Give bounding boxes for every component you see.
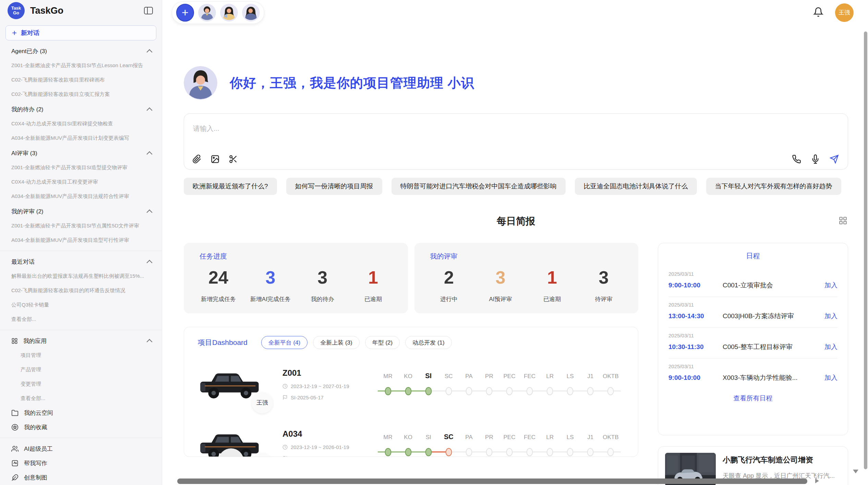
chevron-up-icon [147,107,153,113]
sidebar-group-title[interactable]: AI评审 (3) [0,146,162,160]
sidebar-group-title[interactable]: 我的评审 (2) [0,204,162,219]
event-join-link[interactable]: 加入 [824,281,837,290]
suggestion-chip[interactable]: 欧洲新规最近颁布了什么? [184,178,277,195]
microphone-icon[interactable] [811,154,820,164]
milestone-node [438,385,459,397]
milestone-dot [466,387,472,395]
sidebar-item[interactable]: Z001-全新燃油皮卡产品开发项目SI节点Lesson Learn报告 [0,58,162,73]
image-upload-icon[interactable] [210,154,220,164]
suggestion-chip[interactable]: 比亚迪全固态电池计划具体说了什么 [575,178,697,195]
sidebar-item[interactable]: A034-全新新能源MUV产品开发项目法规符合性评审 [0,189,162,203]
milestone-node [378,446,398,457]
scroll-down-arrow-icon[interactable] [853,470,858,473]
suggestion-chip[interactable]: 特朗普可能对进口汽车增税会对中国车企造成哪些影响 [391,178,566,195]
sidebar-group-title[interactable]: 我的待办 (2) [0,102,162,116]
event-join-link[interactable]: 加入 [824,312,837,321]
stat: 3待评审 [585,267,623,303]
sidebar-item[interactable]: 公司Q3轻卡销量 [0,298,162,312]
milestone-node [580,385,601,397]
sidebar-item-writing-helper[interactable]: 帮我写作 [0,456,162,470]
send-icon[interactable] [830,154,839,164]
sidebar-item-view-all-apps[interactable]: 查看全部... [0,391,162,406]
schedule-event: 2025/03/1113:00-14:30C003|H0B-方案冻结评审加入 [668,297,837,327]
dashboard-tab[interactable]: 年型 (2) [365,336,400,349]
voice-call-icon[interactable] [792,154,801,164]
horizontal-scrollbar[interactable] [177,478,807,484]
project-flag: SI-2025-05-17 [282,395,368,400]
stat-label: 待评审 [585,295,623,303]
event-name: X003-车辆动力学性能验... [723,373,824,382]
agent-avatar[interactable] [198,4,216,22]
sidebar-item[interactable]: C02-飞腾新能源轻客改款项目立项汇报方案 [0,87,162,101]
event-join-link[interactable]: 加入 [824,343,837,351]
suggestion-chip[interactable]: 如何写一份清晰的项目周报 [286,178,382,195]
milestone-label: LR [540,434,560,441]
attachment-icon[interactable] [192,154,202,164]
project-info: A034 2023-12-19 ~ 2026-01-19 SC-2025-05-… [282,429,368,457]
sidebar-item[interactable]: C0X4-动力总成开发项目SI里程碑提交物检查 [0,116,162,131]
layout-grid-icon[interactable] [839,216,847,226]
agent-avatar[interactable] [220,4,238,22]
avatar-illustration [220,4,238,22]
screenshot-scissors-icon[interactable] [229,154,238,164]
group-title-label: 最近对话 [11,258,35,266]
suggestion-chip[interactable]: 当下年轻人对汽车外观有怎样的喜好趋势 [706,178,841,195]
sidebar-item[interactable]: Z001-全新燃油轻卡产品开发项目SI节点属性5D文件评审 [0,219,162,233]
milestone-label: FEC [520,434,540,441]
sidebar-item[interactable]: Z001-全新燃油轻卡产品开发项目SI造型提交物评审 [0,160,162,175]
milestone-dot [567,448,574,456]
topbar: + 王强 [162,0,868,25]
milestone-dot [385,387,391,395]
project-row[interactable]: 王强 A034 2023-12-19 ~ 2026-01-19 SC-2025-… [198,420,624,457]
sidebar-item[interactable]: C02-飞腾新能源轻客改款项目里程碑画布 [0,73,162,87]
vertical-scrollbar[interactable] [864,32,867,469]
sidebar-collapse-icon[interactable] [144,7,153,14]
ai-staff-label: AI超级员工 [24,445,53,453]
notification-bell-icon[interactable] [813,7,823,18]
dashboard-tab[interactable]: 全新平台 (4) [261,336,308,349]
sidebar-item-creative-drawing[interactable]: 创意制图 [0,470,162,485]
schedule-event: 2025/03/119:00-10:00X003-车辆动力学性能验...加入 [668,359,837,389]
sidebar-section-my-apps[interactable]: 我的应用 [0,334,162,348]
suggestion-chips: 欧洲新规最近颁布了什么?如何写一份清晰的项目周报特朗普可能对进口汽车增税会对中国… [184,178,848,195]
milestone-label: LS [560,373,580,380]
scroll-right-arrow-icon[interactable] [815,478,819,483]
milestone-dot [466,448,472,456]
project-dates: 2023-12-19 ~ 2026-01-19 [282,444,368,450]
sidebar-group-title[interactable]: Agent已办 (3) [0,44,162,58]
event-join-link[interactable]: 加入 [824,373,837,382]
left-column: 任务进度 24新增完成任务3新增AI完成任务3我的待办1已逾期 我的评审 2进行… [184,243,638,457]
project-code: A034 [282,429,368,439]
divider [0,438,162,438]
sidebar-item[interactable]: A034-全新新能源MUV产品开发项目造型可行性评审 [0,233,162,247]
chat-input[interactable] [184,114,848,143]
milestone-dot [587,387,594,395]
new-chat-button[interactable]: + 新对话 [5,25,156,40]
user-avatar[interactable]: 王强 [835,3,854,22]
sidebar-item-favorites[interactable]: 我的收藏 [0,420,162,434]
sidebar-item-change-mgmt[interactable]: 变更管理 [0,377,162,391]
sidebar-item-project-mgmt[interactable]: 项目管理 [0,348,162,362]
sidebar-item[interactable]: C0X4-动力总成开发项目工程变更评审 [0,175,162,189]
sidebar-item[interactable]: 解释最新出台的欧盟报废车法规再生塑料比例被调至15%... [0,269,162,283]
sidebar-item[interactable]: 查看全部... [0,312,162,326]
my-apps-label: 我的应用 [23,337,47,345]
add-agent-button[interactable]: + [176,4,194,22]
event-date: 2025/03/11 [668,333,837,338]
milestone-label: FEC [520,373,540,380]
milestone-node [398,385,418,397]
agent-avatar[interactable] [242,4,260,22]
view-all-schedule-link[interactable]: 查看所有日程 [668,394,837,403]
dashboard-tab[interactable]: 动总开发 (1) [405,336,452,349]
dashboard-tab[interactable]: 全新上装 (3) [313,336,360,349]
sidebar-group-title[interactable]: 最近对话 [0,254,162,269]
project-row[interactable]: 王强 Z001 2023-12-19 ~ 2027-01-19 SI-2025-… [198,359,624,410]
sidebar-item-ai-staff[interactable]: AI超级员工 [0,442,162,456]
sidebar-item-product-mgmt[interactable]: 产品管理 [0,362,162,377]
sidebar-item[interactable]: C02-飞腾新能源轻客改款项目的闭环通告反馈情况 [0,283,162,298]
sidebar-item-cloud-space[interactable]: 我的云空间 [0,406,162,420]
event-row: 13:00-14:30C003|H0B-方案冻结评审加入 [668,312,837,321]
sidebar: Task Go TaskGo + 新对话 Agent已办 (3)Z001-全新燃… [0,0,162,485]
sidebar-item[interactable]: A034-全新新能源MUV产品开发项目计划变更表编写 [0,131,162,145]
writing-icon [11,460,19,467]
